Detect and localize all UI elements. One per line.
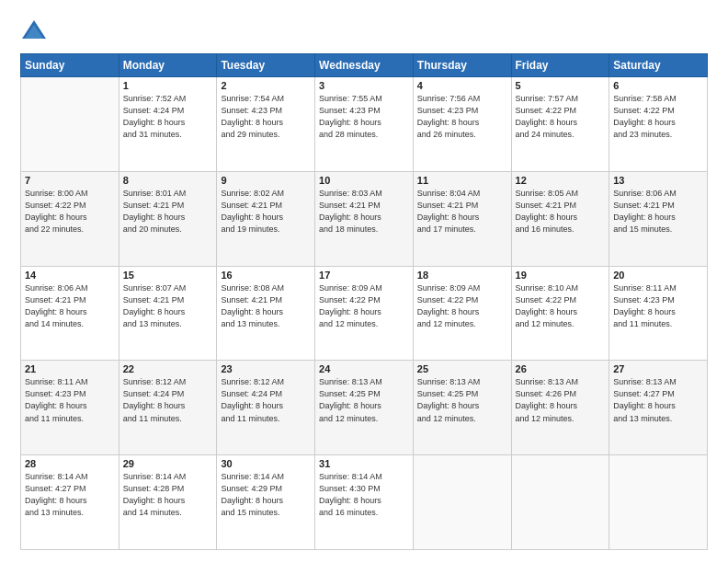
day-number: 2 xyxy=(221,80,311,91)
calendar-week-row: 28Sunrise: 8:14 AMSunset: 4:27 PMDayligh… xyxy=(21,455,708,550)
day-info: Sunrise: 8:12 AMSunset: 4:24 PMDaylight:… xyxy=(123,376,213,424)
calendar-week-row: 7Sunrise: 8:00 AMSunset: 4:22 PMDaylight… xyxy=(21,171,708,266)
day-info: Sunrise: 8:10 AMSunset: 4:22 PMDaylight:… xyxy=(516,282,606,330)
day-info: Sunrise: 8:01 AMSunset: 4:21 PMDaylight:… xyxy=(123,188,213,236)
day-info: Sunrise: 8:04 AMSunset: 4:21 PMDaylight:… xyxy=(417,188,507,236)
day-number: 21 xyxy=(25,363,115,374)
day-number: 23 xyxy=(221,363,311,374)
calendar-cell: 6Sunrise: 7:58 AMSunset: 4:22 PMDaylight… xyxy=(609,77,708,172)
calendar-cell: 23Sunrise: 8:12 AMSunset: 4:24 PMDayligh… xyxy=(217,361,315,455)
calendar-cell: 26Sunrise: 8:13 AMSunset: 4:26 PMDayligh… xyxy=(511,361,609,455)
day-number: 11 xyxy=(417,175,507,186)
day-number: 25 xyxy=(417,363,507,374)
calendar-cell: 12Sunrise: 8:05 AMSunset: 4:21 PMDayligh… xyxy=(511,171,609,266)
calendar-header: SundayMondayTuesdayWednesdayThursdayFrid… xyxy=(21,54,708,77)
calendar-cell: 22Sunrise: 8:12 AMSunset: 4:24 PMDayligh… xyxy=(119,361,217,455)
calendar-table: SundayMondayTuesdayWednesdayThursdayFrid… xyxy=(20,53,708,550)
day-info: Sunrise: 8:14 AMSunset: 4:27 PMDaylight:… xyxy=(25,471,115,519)
day-number: 22 xyxy=(123,363,213,374)
calendar-cell: 18Sunrise: 8:09 AMSunset: 4:22 PMDayligh… xyxy=(413,266,511,361)
day-info: Sunrise: 8:09 AMSunset: 4:22 PMDaylight:… xyxy=(319,282,409,330)
day-info: Sunrise: 8:13 AMSunset: 4:25 PMDaylight:… xyxy=(319,376,409,424)
day-info: Sunrise: 8:13 AMSunset: 4:25 PMDaylight:… xyxy=(417,376,507,424)
calendar-cell: 2Sunrise: 7:54 AMSunset: 4:23 PMDaylight… xyxy=(217,77,315,172)
day-info: Sunrise: 8:05 AMSunset: 4:21 PMDaylight:… xyxy=(516,188,606,236)
day-of-week-header: Sunday xyxy=(21,54,119,77)
day-number: 28 xyxy=(25,458,115,469)
calendar-cell: 29Sunrise: 8:14 AMSunset: 4:28 PMDayligh… xyxy=(119,455,217,550)
day-info: Sunrise: 7:54 AMSunset: 4:23 PMDaylight:… xyxy=(221,93,311,141)
calendar-cell xyxy=(511,455,609,550)
day-info: Sunrise: 8:11 AMSunset: 4:23 PMDaylight:… xyxy=(613,282,703,330)
day-number: 5 xyxy=(516,80,606,91)
day-info: Sunrise: 8:14 AMSunset: 4:30 PMDaylight:… xyxy=(319,471,409,519)
day-number: 29 xyxy=(123,458,213,469)
calendar-cell: 4Sunrise: 7:56 AMSunset: 4:23 PMDaylight… xyxy=(413,77,511,172)
calendar-cell: 1Sunrise: 7:52 AMSunset: 4:24 PMDaylight… xyxy=(119,77,217,172)
calendar-week-row: 21Sunrise: 8:11 AMSunset: 4:23 PMDayligh… xyxy=(21,361,708,455)
day-number: 15 xyxy=(123,270,213,281)
calendar-cell: 8Sunrise: 8:01 AMSunset: 4:21 PMDaylight… xyxy=(119,171,217,266)
calendar-cell: 25Sunrise: 8:13 AMSunset: 4:25 PMDayligh… xyxy=(413,361,511,455)
calendar-cell: 21Sunrise: 8:11 AMSunset: 4:23 PMDayligh… xyxy=(21,361,119,455)
day-info: Sunrise: 8:02 AMSunset: 4:21 PMDaylight:… xyxy=(221,188,311,236)
day-number: 30 xyxy=(221,458,311,469)
calendar-cell: 30Sunrise: 8:14 AMSunset: 4:29 PMDayligh… xyxy=(217,455,315,550)
header xyxy=(20,17,708,44)
calendar-week-row: 1Sunrise: 7:52 AMSunset: 4:24 PMDaylight… xyxy=(21,77,708,172)
calendar-cell: 17Sunrise: 8:09 AMSunset: 4:22 PMDayligh… xyxy=(315,266,414,361)
page: SundayMondayTuesdayWednesdayThursdayFrid… xyxy=(0,0,728,563)
day-info: Sunrise: 7:55 AMSunset: 4:23 PMDaylight:… xyxy=(319,93,409,141)
day-number: 31 xyxy=(319,458,409,469)
day-of-week-header: Saturday xyxy=(609,54,708,77)
calendar-cell: 27Sunrise: 8:13 AMSunset: 4:27 PMDayligh… xyxy=(609,361,708,455)
day-info: Sunrise: 7:52 AMSunset: 4:24 PMDaylight:… xyxy=(123,93,213,141)
calendar-cell xyxy=(609,455,708,550)
calendar-cell: 14Sunrise: 8:06 AMSunset: 4:21 PMDayligh… xyxy=(21,266,119,361)
day-number: 9 xyxy=(221,175,311,186)
calendar-cell: 31Sunrise: 8:14 AMSunset: 4:30 PMDayligh… xyxy=(315,455,414,550)
day-number: 18 xyxy=(417,270,507,281)
day-number: 12 xyxy=(516,175,606,186)
calendar-cell: 13Sunrise: 8:06 AMSunset: 4:21 PMDayligh… xyxy=(609,171,708,266)
calendar-cell: 19Sunrise: 8:10 AMSunset: 4:22 PMDayligh… xyxy=(511,266,609,361)
logo xyxy=(20,17,50,44)
day-number: 14 xyxy=(25,270,115,281)
day-info: Sunrise: 8:07 AMSunset: 4:21 PMDaylight:… xyxy=(123,282,213,330)
day-of-week-header: Thursday xyxy=(413,54,511,77)
day-info: Sunrise: 7:56 AMSunset: 4:23 PMDaylight:… xyxy=(417,93,507,141)
day-of-week-header: Friday xyxy=(511,54,609,77)
day-info: Sunrise: 8:12 AMSunset: 4:24 PMDaylight:… xyxy=(221,376,311,424)
day-info: Sunrise: 8:06 AMSunset: 4:21 PMDaylight:… xyxy=(25,282,115,330)
day-info: Sunrise: 8:03 AMSunset: 4:21 PMDaylight:… xyxy=(319,188,409,236)
day-number: 27 xyxy=(613,363,703,374)
day-info: Sunrise: 8:14 AMSunset: 4:28 PMDaylight:… xyxy=(123,471,213,519)
day-number: 1 xyxy=(123,80,213,91)
day-number: 26 xyxy=(516,363,606,374)
day-info: Sunrise: 8:11 AMSunset: 4:23 PMDaylight:… xyxy=(25,376,115,424)
day-number: 20 xyxy=(613,270,703,281)
day-number: 10 xyxy=(319,175,409,186)
day-info: Sunrise: 8:14 AMSunset: 4:29 PMDaylight:… xyxy=(221,471,311,519)
day-of-week-header: Wednesday xyxy=(315,54,414,77)
day-of-week-header: Monday xyxy=(119,54,217,77)
calendar-cell: 5Sunrise: 7:57 AMSunset: 4:22 PMDaylight… xyxy=(511,77,609,172)
logo-icon xyxy=(20,17,48,44)
day-info: Sunrise: 8:09 AMSunset: 4:22 PMDaylight:… xyxy=(417,282,507,330)
day-number: 13 xyxy=(613,175,703,186)
day-info: Sunrise: 7:57 AMSunset: 4:22 PMDaylight:… xyxy=(516,93,606,141)
day-number: 24 xyxy=(319,363,409,374)
day-info: Sunrise: 8:13 AMSunset: 4:27 PMDaylight:… xyxy=(613,376,703,424)
calendar-cell: 15Sunrise: 8:07 AMSunset: 4:21 PMDayligh… xyxy=(119,266,217,361)
calendar-cell: 3Sunrise: 7:55 AMSunset: 4:23 PMDaylight… xyxy=(315,77,414,172)
day-number: 17 xyxy=(319,270,409,281)
calendar-week-row: 14Sunrise: 8:06 AMSunset: 4:21 PMDayligh… xyxy=(21,266,708,361)
calendar-body: 1Sunrise: 7:52 AMSunset: 4:24 PMDaylight… xyxy=(21,77,708,550)
calendar-cell: 7Sunrise: 8:00 AMSunset: 4:22 PMDaylight… xyxy=(21,171,119,266)
calendar-cell: 11Sunrise: 8:04 AMSunset: 4:21 PMDayligh… xyxy=(413,171,511,266)
calendar-cell xyxy=(21,77,119,172)
calendar-cell: 10Sunrise: 8:03 AMSunset: 4:21 PMDayligh… xyxy=(315,171,414,266)
day-number: 16 xyxy=(221,270,311,281)
day-number: 7 xyxy=(25,175,115,186)
day-of-week-header: Tuesday xyxy=(217,54,315,77)
